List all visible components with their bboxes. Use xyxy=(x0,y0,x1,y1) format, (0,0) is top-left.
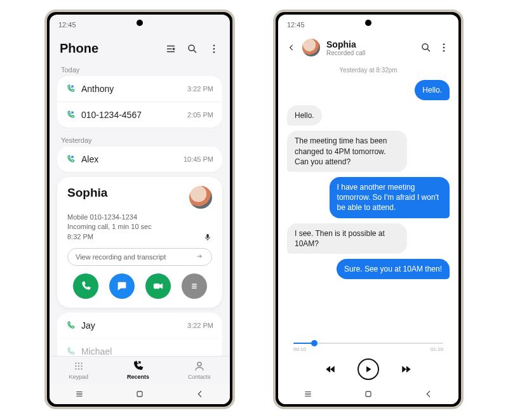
svg-marker-36 xyxy=(326,366,330,373)
call-time: 2:05 PM xyxy=(187,111,213,119)
message-bubble-self[interactable]: I have another meeting tomorrow. So I'm … xyxy=(330,177,450,218)
message-bubble-self[interactable]: Sure. See you at 10AM then! xyxy=(337,259,450,279)
arrow-right-icon xyxy=(195,253,204,261)
today-card: Anthony 3:22 PM 010-1234-4567 2:05 PM xyxy=(57,76,222,128)
svg-point-18 xyxy=(78,362,79,364)
call-name: Michael xyxy=(81,346,207,356)
filter-icon[interactable] xyxy=(165,43,177,55)
camera-hole xyxy=(137,20,143,26)
tab-recents[interactable]: Recents xyxy=(127,360,149,380)
keypad-icon xyxy=(73,360,84,372)
svg-marker-40 xyxy=(406,366,411,373)
svg-rect-12 xyxy=(154,284,159,289)
contact-name: Sophia xyxy=(326,39,414,49)
nav-home-icon[interactable] xyxy=(363,389,373,399)
svg-point-26 xyxy=(197,362,201,366)
audio-player: 00:10 01:10 xyxy=(278,331,458,383)
svg-rect-9 xyxy=(206,234,209,238)
more-icon[interactable] xyxy=(438,42,450,53)
search-icon[interactable] xyxy=(420,42,432,53)
nav-back-icon[interactable] xyxy=(424,389,434,399)
svg-point-19 xyxy=(81,362,82,364)
more-icon[interactable] xyxy=(208,43,220,55)
svg-point-22 xyxy=(81,365,82,367)
svg-point-17 xyxy=(75,362,76,364)
svg-marker-39 xyxy=(402,366,406,373)
tab-contacts[interactable]: Contacts xyxy=(188,360,211,380)
back-icon[interactable] xyxy=(287,43,296,52)
search-icon[interactable] xyxy=(187,43,198,55)
tab-label: Contacts xyxy=(188,374,211,380)
view-transcript-button[interactable]: View recording and transcript xyxy=(67,248,212,266)
recents-icon xyxy=(132,360,144,372)
call-time: 3:22 PM xyxy=(187,322,213,329)
timestamp: Yesterday at 8:32pm xyxy=(278,67,458,74)
avatar[interactable] xyxy=(302,39,320,56)
transcript-header: Sophia Recorded call xyxy=(278,36,458,60)
outgoing-call-icon xyxy=(66,347,75,356)
call-row[interactable]: Michael xyxy=(57,338,222,356)
message-bubble-other[interactable]: I see. Then is it possible at 10AM? xyxy=(287,223,407,254)
detail-duration: Incoming call, 1 min 10 sec xyxy=(67,222,203,232)
svg-point-31 xyxy=(422,44,428,49)
nav-recents-icon[interactable] xyxy=(74,389,84,399)
mic-icon xyxy=(203,233,212,242)
call-button[interactable] xyxy=(73,273,98,299)
call-name: Anthony xyxy=(81,84,181,94)
info-button[interactable] xyxy=(182,273,207,299)
play-button[interactable] xyxy=(358,358,379,380)
call-time: 3:22 PM xyxy=(187,85,213,93)
clock: 12:45 xyxy=(58,21,76,29)
call-name: Alex xyxy=(81,154,177,164)
nav-home-icon[interactable] xyxy=(135,389,145,399)
message-bubble-other[interactable]: Hello. xyxy=(287,105,322,126)
message-bubble-self[interactable]: Hello. xyxy=(415,80,450,100)
app-header: Phone xyxy=(50,36,230,62)
seek-thumb[interactable] xyxy=(311,340,318,346)
section-yesterday: Yesterday xyxy=(57,133,222,147)
transcript-mockup: 12:45 Sophia Recorded call Yesterday at … xyxy=(273,10,464,409)
rewind-icon[interactable] xyxy=(324,364,336,375)
call-detail-card: Sophia Mobile 010-1234-1234 Incoming cal… xyxy=(57,177,222,308)
nav-recents-icon[interactable] xyxy=(303,389,313,399)
svg-line-5 xyxy=(194,50,196,53)
svg-marker-37 xyxy=(330,366,335,373)
message-button[interactable] xyxy=(109,273,135,299)
svg-point-23 xyxy=(75,368,76,369)
system-nav xyxy=(50,383,230,404)
detail-name: Sophia xyxy=(67,186,107,200)
call-name: 010-1234-4567 xyxy=(81,110,181,120)
call-time: 10:45 PM xyxy=(184,155,213,163)
svg-point-6 xyxy=(213,44,215,46)
section-today: Today xyxy=(57,62,222,76)
call-row[interactable]: Jay 3:22 PM xyxy=(57,313,222,338)
avatar[interactable] xyxy=(189,186,212,209)
forward-icon[interactable] xyxy=(401,364,412,375)
clock: 12:45 xyxy=(287,21,305,29)
call-row[interactable]: Anthony 3:22 PM xyxy=(57,76,222,102)
call-name: Jay xyxy=(81,320,181,331)
more-card: Jay 3:22 PM Michael xyxy=(57,313,222,356)
call-row[interactable]: 010-1234-4567 2:05 PM xyxy=(57,102,222,128)
message-bubble-other[interactable]: The meeting time has been changed to 4PM… xyxy=(287,131,407,172)
svg-point-21 xyxy=(78,365,79,367)
seek-track[interactable] xyxy=(293,343,443,344)
svg-rect-44 xyxy=(366,391,371,397)
detail-time: 8:32 PM xyxy=(67,232,203,242)
outgoing-call-icon xyxy=(66,321,75,330)
svg-point-2 xyxy=(173,48,174,49)
phone-app-mockup: 12:45 Phone Today xyxy=(44,10,235,409)
bottom-tabs: Keypad Recents Contacts xyxy=(50,356,230,383)
elapsed-time: 00:10 xyxy=(293,346,306,352)
nav-back-icon[interactable] xyxy=(195,389,205,399)
detail-number: Mobile 010-1234-1234 xyxy=(67,213,203,222)
yesterday-card: Alex 10:45 PM xyxy=(57,147,222,172)
svg-point-33 xyxy=(443,43,445,45)
video-call-button[interactable] xyxy=(145,273,171,299)
svg-marker-13 xyxy=(159,284,163,289)
camera-hole xyxy=(365,20,371,26)
tab-keypad[interactable]: Keypad xyxy=(69,360,88,380)
transcript-label: View recording and transcript xyxy=(76,253,166,261)
svg-point-35 xyxy=(443,50,445,52)
call-row[interactable]: Alex 10:45 PM xyxy=(57,147,222,172)
